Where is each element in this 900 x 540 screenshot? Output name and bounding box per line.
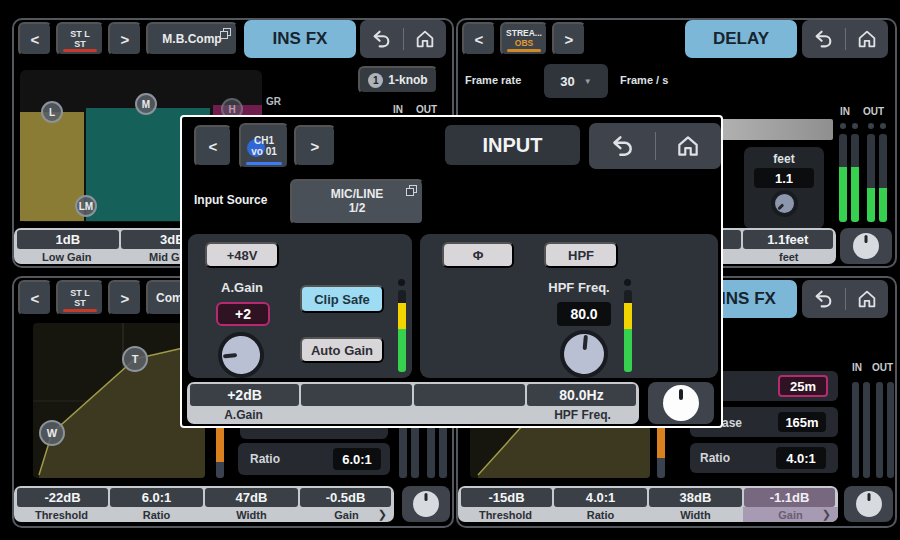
param-ratio[interactable]: 4.0:1Ratio: [553, 486, 648, 522]
page-title-text: DELAY: [713, 29, 769, 49]
knob-icon: [856, 491, 882, 517]
channel-select-button[interactable]: STREA... OBS: [500, 22, 548, 56]
prev-channel-button[interactable]: <: [18, 280, 52, 316]
channel-select-button[interactable]: ST L ST: [56, 22, 104, 56]
touch-knob-button[interactable]: [402, 486, 450, 522]
frame-rate-dropdown[interactable]: 30 ▼: [544, 64, 608, 98]
phantom-48v-button[interactable]: +48V: [205, 242, 279, 268]
channel-select-button[interactable]: ST L ST: [56, 280, 104, 316]
param-threshold[interactable]: -22dBThreshold: [14, 486, 109, 522]
param-delay-feet[interactable]: 1.1feetfeet: [742, 228, 837, 264]
prev-channel-button[interactable]: <: [462, 22, 496, 56]
release-value-text: 165m: [785, 415, 818, 430]
fx-type-button[interactable]: M.B.Comp: [146, 22, 238, 56]
param-low-gain[interactable]: 1dBLow Gain: [14, 228, 120, 264]
delay-knob[interactable]: [765, 184, 803, 222]
low-mid-cross-knob[interactable]: LM: [75, 195, 97, 217]
hpf-freq-value[interactable]: 80.0: [557, 302, 611, 326]
meter-peak-dot: [624, 279, 631, 286]
nav-group: [802, 20, 888, 58]
touch-knob-button[interactable]: [648, 382, 714, 424]
input-source-button[interactable]: MIC/LINE 1/2: [290, 179, 424, 225]
page-title-ins-fx: INS FX: [244, 20, 356, 58]
undo-icon[interactable]: [812, 288, 834, 310]
phase-label: Φ: [473, 248, 484, 263]
channel-color-bar: [246, 162, 282, 165]
home-icon[interactable]: [675, 133, 701, 159]
knob-letter: L: [49, 107, 55, 118]
divider: [655, 132, 656, 160]
param-again[interactable]: +2dBA.Gain: [187, 382, 300, 424]
ratio-row[interactable]: Ratio 4.0:1: [690, 443, 838, 473]
param-ratio[interactable]: 6.0:1Ratio: [109, 486, 204, 522]
param-threshold[interactable]: -15dBThreshold: [458, 486, 553, 522]
delay-unit-label: feet: [744, 152, 824, 166]
param-value: [414, 384, 525, 406]
prev-channel-button[interactable]: <: [18, 22, 52, 56]
threshold-knob-handle[interactable]: T: [122, 346, 148, 372]
delay-value[interactable]: 1.1: [754, 168, 814, 188]
home-icon[interactable]: [856, 288, 878, 310]
undo-icon[interactable]: [370, 28, 392, 50]
channel-name-2: vo 01: [251, 146, 277, 158]
hpf-button[interactable]: HPF: [544, 242, 618, 268]
home-icon[interactable]: [414, 28, 436, 50]
out-meter-l: [867, 134, 875, 222]
param-value: 80.0Hz: [527, 384, 636, 406]
phantom-label: +48V: [227, 248, 258, 263]
param-hpf-freq[interactable]: 80.0HzHPF Freq.: [526, 382, 639, 424]
hpf-level-meter: [624, 290, 632, 372]
nav-group: [589, 123, 721, 169]
next-channel-button[interactable]: >: [552, 22, 586, 56]
channel-name-2: ST: [74, 39, 86, 49]
one-knob-label: 1-knob: [388, 73, 427, 87]
knob-letter: W: [47, 427, 57, 439]
touch-knob-button[interactable]: [844, 486, 893, 522]
one-knob-button[interactable]: 1 1-knob: [358, 66, 438, 94]
back-icon: <: [31, 290, 40, 307]
param-value: -22dB: [17, 488, 108, 507]
clip-safe-button[interactable]: Clip Safe: [300, 285, 384, 313]
param-width[interactable]: 38dBWidth: [648, 486, 743, 522]
in-meter-r: [863, 382, 870, 478]
param-empty-2[interactable]: [413, 382, 526, 424]
param-width[interactable]: 47dBWidth: [204, 486, 299, 522]
hpf-freq-label: HPF Freq.: [534, 280, 624, 295]
touch-knob-button[interactable]: [840, 228, 892, 264]
ratio-row[interactable]: Ratio 6.0:1: [238, 443, 390, 475]
auto-gain-button[interactable]: Auto Gain: [300, 337, 384, 363]
copy-icon: [220, 28, 231, 39]
phase-button[interactable]: Φ: [442, 242, 514, 268]
param-empty-1[interactable]: [300, 382, 413, 424]
next-channel-button[interactable]: >: [108, 280, 142, 316]
mid-band-knob[interactable]: M: [135, 93, 157, 115]
release-value[interactable]: 165m: [778, 412, 826, 432]
channel-select-button[interactable]: CH1 vo 01: [239, 123, 289, 169]
chevron-right-icon: ❯: [378, 508, 387, 521]
undo-icon[interactable]: [609, 133, 635, 159]
attack-value[interactable]: 25m: [778, 375, 828, 397]
knob-letter: H: [228, 104, 235, 115]
analog-gain-section: +48V A.Gain +2 Clip Safe Auto Gain: [188, 234, 412, 378]
param-value: 38dB: [649, 488, 742, 507]
next-channel-button[interactable]: >: [108, 22, 142, 56]
home-icon[interactable]: [856, 28, 878, 50]
prev-channel-button[interactable]: <: [194, 125, 232, 167]
divider: [403, 28, 404, 51]
param-gain-selected[interactable]: -1.1dBGain❯: [743, 486, 838, 522]
ratio-value[interactable]: 6.0:1: [333, 448, 381, 470]
undo-icon[interactable]: [812, 28, 834, 50]
knob-icon: [853, 233, 879, 259]
in-label: IN: [840, 106, 850, 117]
low-band-knob[interactable]: L: [41, 101, 63, 123]
hpf-knob[interactable]: [558, 328, 610, 380]
channel-name: CH1: [254, 135, 274, 147]
width-knob-handle[interactable]: W: [39, 420, 65, 446]
modal-title-input: INPUT: [445, 125, 580, 165]
again-value[interactable]: +2: [216, 302, 270, 326]
param-gain[interactable]: -0.5dBGain❯: [299, 486, 394, 522]
param-bar-input: +2dBA.Gain 80.0HzHPF Freq.: [187, 382, 639, 424]
again-knob[interactable]: [216, 330, 266, 380]
next-channel-button[interactable]: >: [294, 125, 336, 167]
ratio-value[interactable]: 4.0:1: [776, 447, 826, 469]
